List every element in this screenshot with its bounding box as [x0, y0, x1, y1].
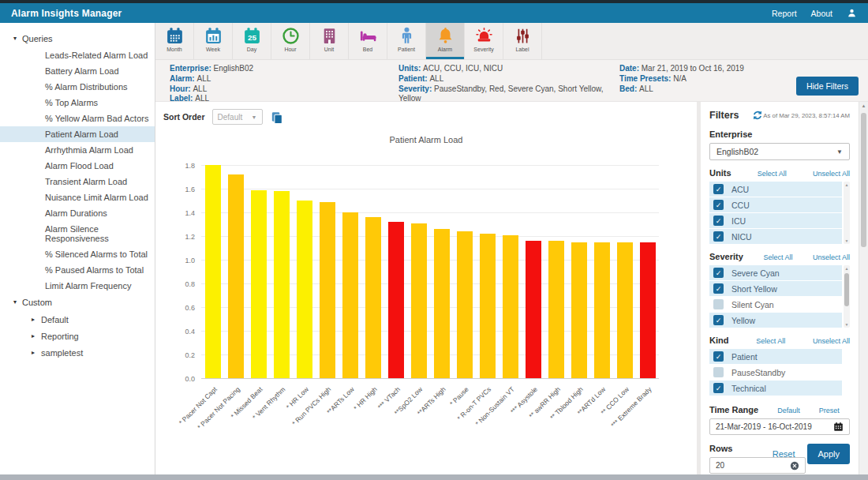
checkbox-checked-icon[interactable]: ✓: [713, 216, 724, 226]
y-axis-tick: 0.6: [168, 304, 195, 312]
chevron-right-icon: ▸: [32, 333, 35, 339]
sidebar-item-battery-alarm-load[interactable]: Battery Alarm Load: [0, 63, 155, 79]
sort-order-select[interactable]: Default ▼: [212, 109, 263, 125]
filter-summary-value: ALL: [428, 74, 444, 83]
checkbox-checked-icon[interactable]: ✓: [713, 200, 724, 210]
chevron-down-icon: ▼: [252, 114, 257, 120]
sidebar-item-nuisance-limit-alarm-load[interactable]: Nuisance Limit Alarm Load: [0, 189, 155, 205]
reset-link[interactable]: Reset: [773, 449, 795, 459]
scrollbar-thumb[interactable]: [861, 113, 866, 247]
y-axis-tick: 0.0: [168, 375, 195, 383]
checkbox-checked-icon[interactable]: ✓: [713, 184, 724, 194]
time-range-input[interactable]: 21-Mar-2019 - 16-Oct-2019: [709, 418, 850, 435]
filter-summary-key: Time Presets:: [619, 74, 671, 83]
sidebar-item-alarm-flood-load[interactable]: Alarm Flood Load: [0, 158, 155, 174]
user-icon[interactable]: [847, 8, 857, 18]
units-option-acu[interactable]: ✓ACU: [709, 182, 842, 197]
units-unselect-all-link[interactable]: Unselect All: [813, 170, 850, 178]
checkbox-checked-icon[interactable]: ✓: [713, 268, 724, 278]
sidebar-item-default[interactable]: ▸Default: [0, 311, 155, 328]
enterprise-label: Enterprise: [709, 129, 850, 139]
sidebar-item-top-alarms[interactable]: % Top Alarms: [0, 95, 155, 111]
units-option-icu[interactable]: ✓ICU: [709, 213, 842, 228]
sidebar-item-alarm-distributions[interactable]: % Alarm Distributions: [0, 79, 155, 95]
list-scrollbar[interactable]: ▲▼: [844, 265, 850, 328]
sidebar-item-limit-alarm-frequency[interactable]: Limit Alarm Frequency: [0, 278, 155, 294]
toolbar-button-week[interactable]: Week: [194, 23, 233, 59]
severity-option-silent-cyan[interactable]: Silent Cyan: [709, 297, 842, 312]
scrollbar-down-icon[interactable]: ▼: [844, 238, 850, 243]
sidebar-item-yellow-alarm-bad-actors[interactable]: % Yellow Alarm Bad Actors: [0, 111, 155, 126]
sidebar-item-alarm-silence-responsiveness[interactable]: Alarm Silence Responsiveness: [0, 221, 155, 246]
sidebar-section-custom[interactable]: ▾Custom: [0, 294, 155, 311]
checkbox-checked-icon[interactable]: ✓: [713, 315, 724, 325]
scrollbar-up-icon[interactable]: ▲: [859, 103, 868, 108]
hide-filters-button[interactable]: Hide Filters: [796, 77, 859, 96]
y-axis-tick: 1.6: [168, 186, 195, 193]
time-range-default-link[interactable]: Default: [777, 407, 800, 414]
checkbox-unchecked-icon[interactable]: [713, 299, 724, 309]
kind-option-pausestandby[interactable]: PauseStandby: [709, 365, 842, 380]
time-range-value: 21-Mar-2019 - 16-Oct-2019: [716, 422, 812, 431]
kind-option-patient[interactable]: ✓Patient: [709, 349, 842, 364]
sidebar-item-arrhythmia-alarm-load[interactable]: Arrhythmia Alarm Load: [0, 142, 155, 158]
sidebar-item-transient-alarm-load[interactable]: Transient Alarm Load: [0, 174, 155, 189]
sidebar-item-leads-related-alarm-load[interactable]: Leads-Related Alarm Load: [0, 47, 155, 63]
toolbar-button-label: Label: [515, 47, 529, 52]
toolbar-button-unit[interactable]: Unit: [310, 23, 349, 59]
chart-bar: [228, 174, 244, 378]
sidebar-item-paused-alarms-to-total[interactable]: % Paused Alarms to Total: [0, 262, 155, 278]
scrollbar-down-icon[interactable]: ▼: [844, 322, 850, 327]
checkbox-checked-icon[interactable]: ✓: [713, 283, 724, 294]
checkbox-checked-icon[interactable]: ✓: [713, 231, 724, 242]
scrollbar-thumb[interactable]: [844, 273, 849, 306]
toolbar-button-day[interactable]: 25Day: [233, 23, 271, 59]
checkbox-unchecked-icon[interactable]: [713, 367, 724, 377]
scrollbar-up-icon[interactable]: ▲: [844, 182, 850, 187]
severity-option-short-yellow[interactable]: ✓Short Yellow: [709, 281, 842, 296]
copy-icon[interactable]: [270, 111, 283, 124]
apply-button[interactable]: Apply: [807, 444, 850, 464]
time-range-preset-link[interactable]: Preset: [819, 407, 840, 414]
units-select-all-link[interactable]: Select All: [758, 170, 787, 178]
scrollbar-up-icon[interactable]: ▲: [844, 266, 850, 271]
severity-option-severe-cyan[interactable]: ✓Severe Cyan: [709, 265, 842, 280]
checkbox-option-label: NICU: [731, 232, 752, 242]
kind-select-all-link[interactable]: Select All: [756, 337, 785, 345]
sidebar-item-alarm-durations[interactable]: Alarm Durations: [0, 205, 155, 221]
toolbar-button-bed[interactable]: Bed: [349, 23, 387, 59]
horizontal-scrollbar[interactable]: [0, 474, 868, 480]
severity-unselect-all-link[interactable]: Unselect All: [813, 253, 850, 261]
sidebar-section-queries[interactable]: ▾Queries: [0, 30, 155, 47]
toolbar-button-label: Bed: [363, 47, 372, 52]
severity-select-all-link[interactable]: Select All: [763, 253, 792, 261]
toolbar-button-patient[interactable]: Patient: [387, 23, 426, 59]
sort-order-value: Default: [218, 113, 243, 122]
toolbar-button-label[interactable]: Label: [503, 23, 542, 59]
nav-about[interactable]: About: [811, 9, 832, 18]
panel-scrollbar[interactable]: ▲: [859, 102, 868, 474]
units-option-ccu[interactable]: ✓CCU: [709, 197, 842, 212]
toolbar-button-month[interactable]: Month: [155, 23, 194, 59]
kind-option-technical[interactable]: ✓Technical: [709, 381, 842, 396]
list-scrollbar[interactable]: ▲▼: [844, 182, 850, 244]
filter-summary-line: Alarm: ALL: [170, 74, 398, 84]
checkbox-checked-icon[interactable]: ✓: [713, 383, 724, 393]
checkbox-option-label: Silent Cyan: [731, 300, 774, 309]
units-option-nicu[interactable]: ✓NICU: [709, 229, 842, 244]
filter-summary-col-2: Units: ACU, CCU, ICU, NICUPatient: ALLSe…: [398, 64, 619, 99]
sidebar-item-patient-alarm-load[interactable]: Patient Alarm Load: [0, 126, 155, 142]
kind-unselect-all-link[interactable]: Unselect All: [813, 337, 850, 345]
sidebar-item-reporting[interactable]: ▸Reporting: [0, 328, 155, 344]
enterprise-select[interactable]: EnglishB02 ▼: [709, 143, 850, 160]
nav-report[interactable]: Report: [772, 9, 797, 18]
sidebar-item-sampletest[interactable]: ▸sampletest: [0, 344, 155, 361]
toolbar-button-severity[interactable]: Severity: [465, 23, 503, 59]
toolbar-button-alarm[interactable]: Alarm: [426, 23, 465, 59]
checkbox-checked-icon[interactable]: ✓: [713, 351, 724, 362]
toolbar-button-hour[interactable]: Hour: [271, 23, 310, 59]
refresh-icon[interactable]: [752, 110, 763, 121]
sidebar-item-silenced-alarms-to-total[interactable]: % Silenced Alarms to Total: [0, 246, 155, 262]
severity-option-yellow[interactable]: ✓Yellow: [709, 313, 842, 328]
calendar-icon[interactable]: [833, 422, 844, 432]
